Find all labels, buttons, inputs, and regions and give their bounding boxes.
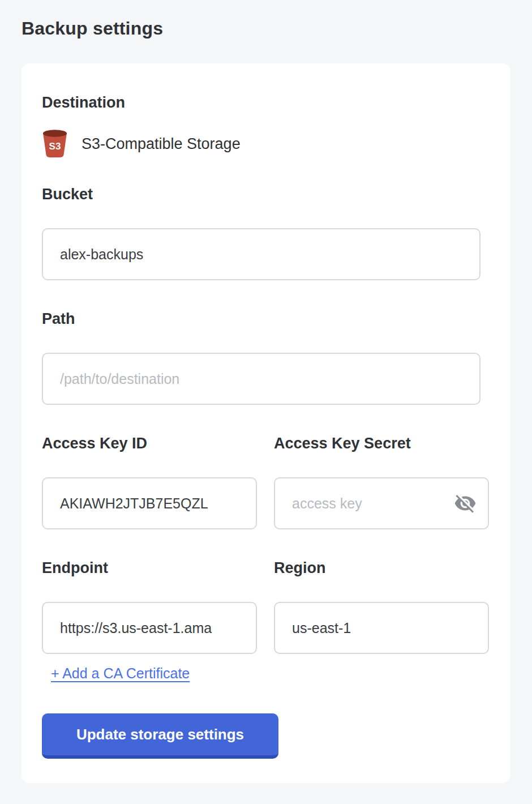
backup-settings-card: Destination S3 S3-Compatible Storage Buc…	[22, 63, 510, 783]
access-key-labels-row: Access Key ID Access Key Secret	[42, 435, 490, 452]
access-key-id-label: Access Key ID	[42, 435, 257, 452]
endpoint-input[interactable]	[42, 602, 257, 654]
s3-icon-text: S3	[49, 141, 61, 152]
s3-bucket-icon: S3	[42, 129, 68, 159]
destination-value-row: S3 S3-Compatible Storage	[42, 129, 490, 159]
region-label: Region	[274, 559, 489, 576]
backup-settings-page: Backup settings Destination S3 S3-Compat…	[0, 0, 532, 783]
path-input[interactable]	[42, 353, 480, 405]
destination-selected-value: S3-Compatible Storage	[81, 135, 241, 153]
endpoint-region-inputs-row	[42, 602, 490, 654]
access-key-id-input[interactable]	[42, 477, 257, 529]
bucket-label: Bucket	[42, 186, 490, 203]
bucket-field-group: Bucket	[42, 186, 490, 280]
toggle-secret-visibility-button[interactable]	[453, 491, 478, 516]
access-key-secret-label: Access Key Secret	[274, 435, 489, 452]
endpoint-label: Endpoint	[42, 559, 257, 576]
path-label: Path	[42, 310, 490, 327]
access-key-inputs-row	[42, 477, 490, 529]
endpoint-region-labels-row: Endpoint Region	[42, 559, 490, 576]
page-title: Backup settings	[22, 0, 510, 40]
region-input[interactable]	[274, 602, 489, 654]
access-key-secret-wrap	[274, 477, 489, 529]
path-field-group: Path	[42, 310, 490, 405]
add-ca-certificate-link[interactable]: + Add a CA Certificate	[51, 665, 190, 682]
update-storage-settings-button[interactable]: Update storage settings	[42, 713, 278, 759]
destination-label: Destination	[42, 94, 490, 111]
bucket-input[interactable]	[42, 228, 480, 280]
eye-off-icon	[454, 492, 477, 515]
